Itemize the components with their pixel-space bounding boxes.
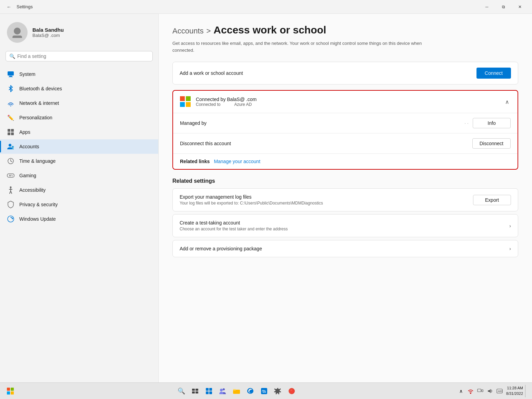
sidebar-item-network[interactable]: Network & internet — [0, 96, 158, 110]
avatar — [7, 22, 28, 43]
test-account-desc: Choose an account for the test taker and… — [180, 227, 509, 231]
export-button[interactable]: Export — [473, 195, 511, 205]
taskbar-explorer[interactable] — [230, 385, 243, 397]
svg-point-26 — [223, 388, 225, 390]
connected-by-text: Connected by BalaS@ .com — [196, 97, 499, 102]
chevron-right-icon-2: › — [509, 246, 511, 251]
ms-logo-red — [180, 96, 185, 101]
sidebar-item-system[interactable]: System — [0, 67, 158, 81]
user-email: BalaS@ .com — [32, 33, 64, 38]
svg-rect-21 — [195, 391, 198, 393]
accounts-icon — [7, 143, 14, 150]
test-account-info: Create a test-taking account Choose an a… — [180, 220, 509, 231]
sidebar-item-gaming[interactable]: Gaming — [0, 168, 158, 183]
page-title: Access work or school — [213, 24, 326, 36]
minimize-button[interactable]: ─ — [479, 1, 495, 12]
sidebar-item-windows-update[interactable]: Windows Update — [0, 212, 158, 226]
search-box[interactable]: 🔍 — [6, 51, 153, 61]
sidebar-item-apps[interactable]: Apps — [0, 125, 158, 139]
svg-rect-7 — [11, 129, 14, 132]
tray-keyboard[interactable]: ABC — [495, 387, 504, 396]
svg-rect-19 — [195, 389, 198, 391]
taskbar-settings[interactable] — [272, 385, 284, 397]
privacy-icon — [7, 201, 14, 208]
maximize-button[interactable]: ⧉ — [495, 1, 511, 12]
windows-logo — [7, 388, 14, 395]
taskbar-search[interactable]: 🔍 — [175, 385, 188, 397]
ms-logo-blue — [180, 102, 185, 107]
taskbar-widgets[interactable] — [203, 385, 215, 397]
close-button[interactable]: ✕ — [512, 1, 528, 12]
svg-rect-29 — [233, 389, 236, 390]
chevron-right-icon: › — [509, 223, 511, 229]
export-logs-info: Export your management log files Your lo… — [180, 194, 473, 206]
start-button[interactable] — [4, 385, 17, 397]
disconnect-label: Disconnect this account — [180, 141, 468, 146]
sidebar-item-label-system: System — [19, 71, 36, 77]
breadcrumb-parent[interactable]: Accounts — [172, 27, 204, 36]
gaming-icon — [7, 172, 14, 179]
tray-network[interactable] — [466, 387, 475, 396]
svg-text:🛍: 🛍 — [262, 389, 266, 394]
taskbar-edge[interactable] — [244, 385, 257, 397]
svg-point-11 — [12, 146, 14, 148]
svg-rect-0 — [14, 28, 21, 34]
sidebar-item-personalization[interactable]: ✏️ Personalization — [0, 110, 158, 125]
tray-chevron-up[interactable]: ∧ — [456, 387, 465, 396]
taskbar-devtools[interactable]: 🔴 — [285, 385, 298, 397]
sidebar-item-privacy[interactable]: Privacy & security — [0, 197, 158, 212]
sidebar-item-label-gaming: Gaming — [19, 173, 36, 178]
ms-logo-yellow — [186, 102, 191, 107]
sidebar-item-accounts[interactable]: Accounts — [0, 139, 158, 154]
svg-point-17 — [8, 216, 14, 222]
managed-by-value: · · — [464, 120, 469, 126]
sidebar-item-time[interactable]: Time & language — [0, 154, 158, 168]
window-controls: ─ ⧉ ✕ — [479, 1, 528, 12]
connected-header: Connected by BalaS@ .com Connected to Az… — [173, 91, 518, 113]
sidebar-item-label-privacy: Privacy & security — [19, 202, 58, 207]
sidebar-item-label-bluetooth: Bluetooth & devices — [19, 86, 62, 91]
test-account-row[interactable]: Create a test-taking account Choose an a… — [172, 214, 518, 237]
info-button[interactable]: Info — [473, 118, 511, 128]
sidebar: Bala Sandhu BalaS@ .com 🔍 System Bluetoo… — [0, 14, 159, 382]
search-input[interactable] — [17, 53, 149, 59]
taskbar-taskview[interactable] — [189, 385, 201, 397]
disconnect-button[interactable]: Disconnect — [472, 138, 511, 149]
add-account-section: Add a work or school account Connect — [172, 62, 518, 84]
provisioning-title: Add or remove a provisioning package — [180, 246, 509, 251]
sidebar-item-bluetooth[interactable]: Bluetooth & devices — [0, 81, 158, 96]
back-button[interactable]: ← — [4, 2, 14, 12]
svg-rect-18 — [192, 389, 195, 391]
bluetooth-icon — [7, 85, 14, 92]
user-name: Bala Sandhu — [32, 27, 64, 33]
breadcrumb-arrow: > — [207, 27, 211, 36]
provisioning-row[interactable]: Add or remove a provisioning package › — [172, 240, 518, 257]
connected-info: Connected by BalaS@ .com Connected to Az… — [196, 97, 499, 107]
sidebar-item-accessibility[interactable]: Accessibility — [0, 183, 158, 197]
sidebar-item-label-accessibility: Accessibility — [19, 187, 46, 193]
svg-rect-24 — [206, 391, 209, 394]
collapse-button[interactable]: ∧ — [504, 97, 511, 107]
taskbar-teams[interactable] — [217, 385, 229, 397]
connect-button[interactable]: Connect — [476, 68, 511, 79]
taskbar-store[interactable]: 🛍 — [258, 385, 270, 397]
svg-rect-9 — [11, 132, 14, 135]
tray-volume[interactable] — [485, 387, 494, 396]
user-info: Bala Sandhu BalaS@ .com — [32, 27, 64, 38]
related-links-label: Related links — [180, 159, 210, 164]
connected-to-value: Azure AD — [234, 102, 252, 107]
related-settings-title: Related settings — [172, 178, 518, 184]
network-icon — [7, 99, 14, 107]
disconnect-row: Disconnect this account Disconnect — [173, 133, 518, 154]
tray-display[interactable] — [476, 387, 485, 396]
test-account-title: Create a test-taking account — [180, 220, 509, 226]
managed-by-row: Managed by · · Info — [173, 113, 518, 133]
svg-rect-20 — [192, 391, 195, 393]
managed-by-label: Managed by — [180, 120, 460, 126]
provisioning-chevron: › — [509, 246, 511, 251]
taskbar-clock[interactable]: 11:28 AM 8/31/2022 — [506, 386, 523, 396]
show-desktop-button[interactable] — [525, 385, 528, 397]
svg-rect-4 — [9, 77, 13, 77]
manage-account-link[interactable]: Manage your account — [214, 159, 260, 164]
title-bar: ← Settings ─ ⧉ ✕ — [0, 0, 532, 14]
